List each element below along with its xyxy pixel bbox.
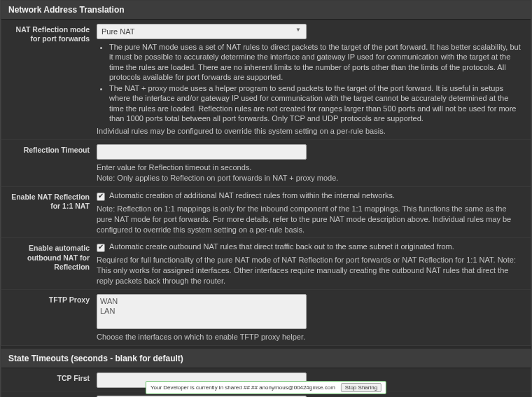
- tftp-proxy-help: Choose the interfaces on which to enable…: [97, 332, 521, 342]
- auto-outbound-help: Required for full functionality of the p…: [97, 255, 521, 286]
- label-auto-outbound: Enable automatic outbound NAT for Reflec…: [7, 242, 97, 271]
- row-auto-outbound: Enable automatic outbound NAT for Reflec…: [1, 238, 531, 290]
- label-nat-1to1: Enable NAT Reflection for 1:1 NAT: [7, 191, 97, 211]
- label-tftp-proxy: TFTP Proxy: [7, 294, 97, 305]
- row-nat-1to1: Enable NAT Reflection for 1:1 NAT Automa…: [1, 187, 531, 239]
- row-reflection-timeout: Reflection Timeout Enter value for Refle…: [1, 140, 531, 187]
- nat-reflection-mode-bullet-1: The pure NAT mode uses a set of NAT rule…: [109, 42, 521, 82]
- auto-outbound-checkbox[interactable]: [97, 244, 105, 252]
- reflection-timeout-help-1: Enter value for Reflection timeout in se…: [97, 162, 521, 173]
- nat-reflection-mode-bullet-2: The NAT + proxy mode uses a helper progr…: [109, 83, 521, 123]
- label-nat-reflection-mode: NAT Reflection mode for port forwards: [7, 24, 97, 43]
- nat-panel: Network Address Translation NAT Reflecti…: [1, 0, 531, 346]
- auto-outbound-checkbox-label: Automatic create outbound NAT rules that…: [109, 242, 454, 251]
- tftp-proxy-option-lan[interactable]: LAN: [100, 306, 303, 316]
- label-reflection-timeout: Reflection Timeout: [7, 144, 97, 155]
- nat-reflection-mode-select[interactable]: Pure NAT: [97, 24, 307, 39]
- stop-sharing-button[interactable]: Stop Sharing: [341, 383, 382, 392]
- debug-banner-text: Your Developer is currently in shared ##…: [150, 384, 335, 391]
- reflection-timeout-help-2: Note: Only applies to Reflection on port…: [97, 173, 521, 183]
- label-tcp-first: TCP First: [7, 372, 97, 383]
- nat-reflection-mode-bullets: The pure NAT mode uses a set of NAT rule…: [109, 42, 521, 123]
- reflection-timeout-input[interactable]: [97, 144, 307, 160]
- state-timeouts-header: State Timeouts (seconds - blank for defa…: [1, 349, 531, 368]
- nat-reflection-mode-footer: Individual rules may be configured to ov…: [97, 126, 521, 137]
- tftp-proxy-option-wan[interactable]: WAN: [100, 296, 303, 306]
- debug-banner: Your Developer is currently in shared ##…: [146, 381, 386, 394]
- nat-panel-header: Network Address Translation: [1, 1, 531, 20]
- tftp-proxy-listbox[interactable]: WAN LAN: [97, 294, 307, 329]
- row-nat-reflection-mode: NAT Reflection mode for port forwards Pu…: [1, 20, 531, 140]
- row-tftp-proxy: TFTP Proxy WAN LAN Choose the interfaces…: [1, 290, 531, 345]
- nat-1to1-checkbox-label: Automatic creation of additional NAT red…: [109, 191, 395, 200]
- nat-1to1-checkbox[interactable]: [97, 193, 105, 201]
- nat-1to1-help: Note: Reflection on 1:1 mappings is only…: [97, 204, 521, 235]
